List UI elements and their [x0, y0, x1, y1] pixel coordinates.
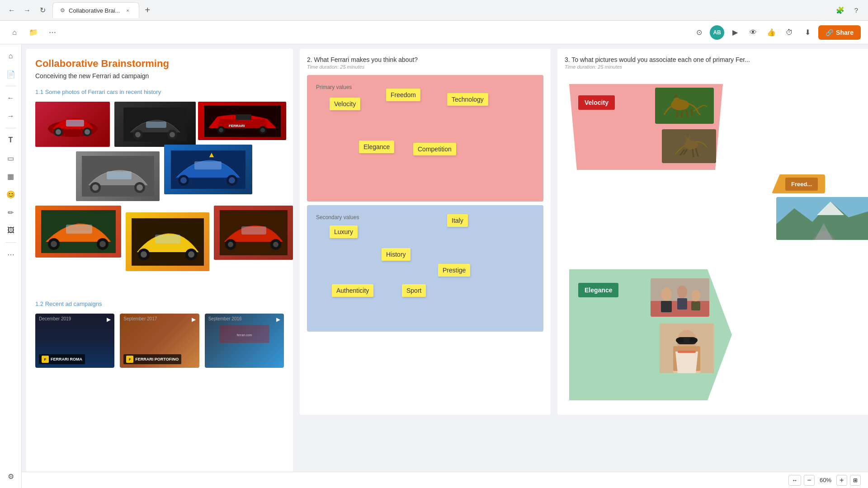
sidebar-text-tool[interactable]: T [3, 132, 19, 148]
sidebar-pen-tool[interactable]: ✏ [3, 204, 19, 221]
sticky-technology[interactable]: Technology [447, 93, 488, 106]
svg-point-60 [661, 287, 672, 301]
sidebar-grid-tool[interactable]: ⋯ [3, 246, 19, 263]
sidebar-back[interactable]: ← [3, 90, 19, 106]
svg-rect-70 [676, 338, 684, 343]
sticky-history[interactable]: History [382, 248, 410, 261]
folder-button[interactable]: 📁 [26, 25, 41, 40]
extensions-button[interactable]: 🧩 [834, 4, 846, 17]
ad-campaign-3[interactable]: September 2016 ▶ ferrari.com [205, 314, 284, 368]
ad-2-play-icon[interactable]: ▶ [192, 316, 196, 323]
photos-label-text: 1.1 Some photos of Ferrari cars in recen… [35, 89, 161, 95]
sidebar-shapes-tool[interactable]: ▭ [3, 150, 19, 166]
svg-rect-63 [661, 301, 672, 312]
help-button[interactable]: ? [850, 4, 863, 17]
sidebar-table-tool[interactable]: ▦ [3, 168, 19, 184]
fit-button[interactable]: ↔ [788, 475, 801, 486]
active-tab[interactable]: ⚙ Collaborative Brai... × [52, 2, 139, 18]
left-sidebar: ⌂ 📄 ← → T ▭ ▦ 😊 ✏ 🖼 ⋯ ⚙ [0, 44, 22, 488]
primary-values-label: Primary values [316, 84, 534, 90]
share-button[interactable]: 🔗 Share [818, 25, 861, 40]
ad-campaign-1[interactable]: December 2019 ▶ F FERRARI ROMA [35, 314, 114, 368]
velocity-label[interactable]: Velocity [578, 95, 615, 110]
svg-rect-11 [146, 122, 166, 128]
mountain-image [776, 197, 868, 240]
svg-point-23 [137, 184, 143, 191]
svg-point-2 [56, 129, 61, 135]
sidebar-settings[interactable]: ⚙ [3, 468, 19, 484]
sticky-elegance[interactable]: Elegance [359, 141, 394, 153]
ferrari-logo-1: F [42, 356, 49, 363]
nav-back-button[interactable]: ← [5, 4, 18, 17]
timer-button[interactable]: ⏱ [782, 25, 797, 40]
svg-point-4 [85, 129, 90, 135]
nav-forward-button[interactable]: → [21, 4, 33, 17]
sticky-prestige[interactable]: Prestige [438, 264, 470, 277]
sidebar-pages[interactable]: 📄 [3, 66, 19, 82]
svg-point-56 [685, 138, 691, 144]
new-tab-button[interactable]: + [141, 4, 154, 17]
car-photo-2 [114, 102, 196, 147]
section-2-time: Time duration: 25 minutes [307, 64, 543, 70]
sticky-freedom[interactable]: Freedom [386, 89, 420, 101]
zoom-in-button[interactable]: + [836, 475, 847, 486]
horse-image [655, 88, 714, 124]
svg-rect-64 [677, 298, 687, 310]
home-button[interactable]: ⌂ [7, 25, 22, 40]
svg-point-62 [691, 290, 700, 301]
svg-point-47 [273, 242, 278, 247]
svg-point-41 [188, 251, 194, 258]
section-3-panel: 3. To what pictures would you associate … [557, 49, 868, 415]
toolbar-right: ⊙ AB ▶ 👁 👍 ⏱ ⬇ 🔗 Share [692, 25, 861, 40]
sidebar-divider-2 [5, 128, 16, 128]
svg-point-10 [170, 132, 175, 137]
sticky-authenticity[interactable]: Authenticity [332, 284, 373, 297]
nav-refresh-button[interactable]: ↻ [36, 4, 49, 17]
sidebar-stickers-tool[interactable]: 😊 [3, 186, 19, 202]
focus-button[interactable]: ⊙ [692, 25, 706, 40]
sticky-velocity[interactable]: Velocity [330, 98, 360, 110]
primary-values-area: Primary values Velocity Freedom Technolo… [307, 75, 543, 202]
svg-rect-36 [66, 225, 92, 234]
freedom-label[interactable]: Freed... [785, 178, 818, 191]
like-button[interactable]: 👍 [764, 25, 778, 40]
ad-1-play-icon[interactable]: ▶ [107, 316, 111, 323]
zoom-level: 60% [817, 477, 834, 483]
download-button[interactable]: ⬇ [800, 25, 815, 40]
car-photo-grid: FERRARI [35, 102, 284, 291]
tab-close-button[interactable]: × [123, 6, 132, 14]
ad-2-label: F FERRARI PORTOFINO [123, 354, 181, 364]
freedom-group: Freed... [772, 174, 868, 193]
browser-bar: ← → ↻ ⚙ Collaborative Brai... × + 🧩 ? [0, 0, 868, 21]
svg-rect-71 [689, 338, 698, 343]
elegance-label[interactable]: Elegance [578, 283, 618, 297]
ad-campaign-2[interactable]: September 2017 ▶ F FERRARI PORTOFINO [120, 314, 199, 368]
play-button[interactable]: ▶ [728, 25, 742, 40]
sidebar-image-tool[interactable]: 🖼 [3, 222, 19, 239]
page-title: Collaborative Brainstorming [35, 58, 284, 70]
canvas-area[interactable]: Collaborative Brainstorming Conceiving t… [22, 44, 868, 488]
svg-point-45 [228, 242, 233, 247]
sticky-luxury[interactable]: Luxury [330, 225, 358, 238]
ferrari-logo-2: F [126, 356, 133, 363]
sticky-sport[interactable]: Sport [402, 284, 426, 297]
svg-rect-48 [241, 226, 266, 235]
svg-rect-5 [66, 120, 84, 127]
sticky-competition[interactable]: Competition [413, 143, 456, 155]
sidebar-forward[interactable]: → [3, 108, 19, 124]
eye-button[interactable]: 👁 [746, 25, 760, 40]
running-animal-image [662, 129, 716, 163]
sticky-italy[interactable]: Italy [447, 214, 468, 227]
menu-button[interactable]: ⋯ [45, 25, 60, 40]
car-photo-5 [164, 145, 252, 194]
svg-rect-24 [107, 171, 132, 179]
sidebar-home[interactable]: ⌂ [3, 48, 19, 64]
svg-rect-65 [691, 301, 700, 310]
link-icon: 🔗 [826, 29, 833, 36]
zoom-out-button[interactable]: − [804, 475, 815, 486]
svg-rect-73 [678, 351, 696, 353]
people-image [651, 278, 709, 317]
grid-button[interactable]: ⊞ [850, 475, 861, 486]
svg-point-29 [229, 177, 235, 183]
svg-point-15 [219, 128, 223, 132]
